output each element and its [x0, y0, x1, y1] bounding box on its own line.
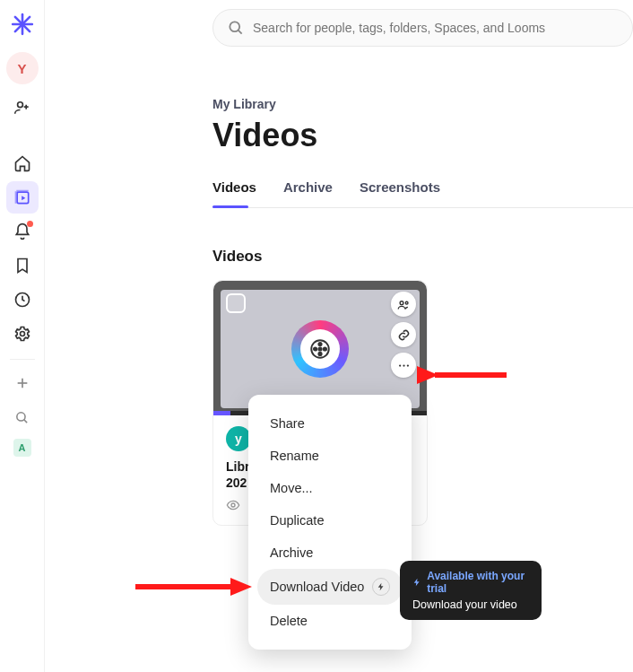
svg-point-19 — [318, 347, 321, 350]
svg-point-22 — [399, 364, 401, 366]
svg-point-15 — [318, 343, 321, 345]
svg-point-20 — [400, 301, 403, 304]
workspace-badge[interactable]: A — [13, 439, 31, 457]
home-icon[interactable] — [6, 147, 39, 179]
menu-item-rename[interactable]: Rename — [248, 440, 412, 472]
tooltip: Available with your trial Download your … — [400, 561, 542, 620]
menu-item-duplicate[interactable]: Duplicate — [248, 504, 412, 537]
svg-point-10 — [17, 412, 25, 420]
svg-point-21 — [405, 301, 408, 304]
library-icon[interactable] — [6, 181, 39, 214]
tab-screenshots[interactable]: Screenshots — [360, 179, 440, 207]
menu-item-archive[interactable]: Archive — [248, 537, 412, 569]
svg-point-17 — [324, 347, 326, 350]
tab-videos[interactable]: Videos — [212, 179, 256, 207]
sidebar-separator — [10, 359, 35, 360]
svg-point-23 — [403, 364, 404, 366]
bolt-icon — [372, 578, 390, 596]
svg-rect-28 — [135, 584, 234, 589]
page-title: Videos — [212, 117, 633, 154]
menu-item-share[interactable]: Share — [248, 407, 412, 440]
progress-bar — [213, 411, 230, 415]
user-avatar[interactable]: Y — [6, 52, 39, 84]
search-bar — [212, 9, 633, 47]
annotation-arrow — [417, 362, 507, 388]
left-sidebar: Y A — [0, 0, 45, 672]
settings-icon[interactable] — [6, 318, 39, 350]
svg-point-12 — [230, 22, 239, 31]
section-title: Videos — [212, 248, 633, 266]
tab-archive[interactable]: Archive — [283, 179, 333, 207]
bolt-icon — [412, 577, 421, 588]
reel-icon — [291, 320, 349, 378]
history-icon[interactable] — [6, 284, 39, 316]
svg-marker-29 — [230, 578, 252, 596]
notifications-icon[interactable] — [6, 215, 39, 248]
tooltip-body: Download your video — [412, 598, 529, 611]
annotation-arrow — [135, 574, 252, 599]
search-icon[interactable] — [6, 401, 39, 433]
menu-item-move[interactable]: Move... — [248, 472, 412, 504]
svg-rect-27 — [435, 372, 507, 378]
svg-point-24 — [406, 364, 408, 366]
select-checkbox[interactable] — [226, 293, 246, 313]
svg-point-16 — [314, 347, 316, 350]
copy-link-icon[interactable] — [391, 322, 416, 347]
thumbnail-actions — [391, 292, 416, 378]
menu-item-download-video[interactable]: Download Video — [257, 569, 403, 605]
bookmark-icon[interactable] — [6, 249, 39, 282]
menu-item-delete[interactable]: Delete — [248, 605, 412, 637]
owner-avatar[interactable]: y — [226, 426, 251, 451]
main-area: My Library Videos Videos Archive Screens… — [45, 0, 633, 672]
title-line: Libr — [226, 459, 249, 474]
notification-dot — [27, 221, 33, 227]
svg-point-7 — [20, 332, 24, 336]
share-people-icon[interactable] — [391, 292, 416, 317]
svg-point-4 — [17, 102, 22, 108]
add-icon[interactable] — [6, 367, 39, 399]
svg-line-13 — [238, 31, 242, 34]
svg-point-25 — [231, 503, 235, 507]
tabs: Videos Archive Screenshots — [212, 179, 633, 208]
title-line: 202 — [226, 476, 247, 490]
people-icon[interactable] — [6, 92, 39, 124]
breadcrumb[interactable]: My Library — [212, 97, 633, 111]
views-icon — [226, 498, 240, 512]
search-input-icon — [227, 19, 245, 40]
menu-item-label: Download Video — [270, 580, 364, 594]
tooltip-head-text: Available with your trial — [427, 570, 529, 595]
tooltip-header: Available with your trial — [412, 570, 529, 595]
more-options-icon[interactable] — [391, 353, 416, 378]
svg-line-11 — [24, 419, 27, 422]
context-menu: Share Rename Move... Duplicate Archive D… — [248, 395, 412, 650]
svg-point-18 — [318, 353, 321, 355]
thumbnail-image — [221, 290, 420, 408]
app-logo[interactable] — [11, 13, 34, 36]
search-input[interactable] — [212, 9, 633, 47]
